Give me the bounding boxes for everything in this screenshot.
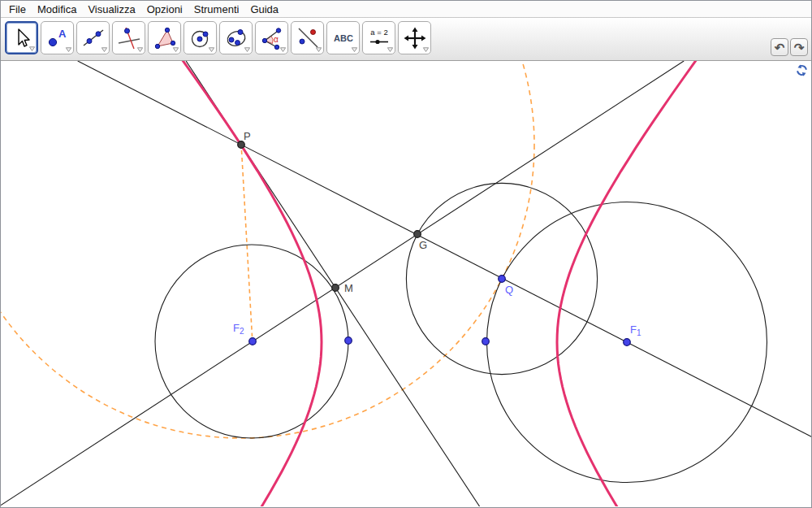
tool-dropdown-arrow-icon[interactable]: [422, 46, 430, 53]
point-M[interactable]: [332, 284, 339, 292]
ellipse-tool-button[interactable]: [219, 21, 253, 54]
tool-row: AαABCa = 2: [5, 21, 431, 54]
menu-visualizza[interactable]: Visualizza: [82, 2, 140, 17]
menu-file[interactable]: File: [3, 2, 32, 17]
line-through-P-G-Q-F1[interactable]: [78, 61, 811, 437]
tool-dropdown-arrow-icon[interactable]: [315, 46, 322, 53]
point-Q-label: Q: [505, 284, 513, 296]
tool-dropdown-arrow-icon[interactable]: [136, 46, 144, 53]
point-F1[interactable]: [624, 339, 631, 346]
menu-opzioni[interactable]: Opzioni: [141, 2, 188, 17]
point-F1-label: F1: [630, 323, 641, 337]
move-view-tool-button[interactable]: [398, 21, 431, 54]
menu-modifica[interactable]: Modifica: [32, 2, 82, 17]
tool-dropdown-arrow-icon[interactable]: [65, 46, 72, 53]
line-two-points-tool-button[interactable]: [76, 21, 110, 54]
svg-text:α: α: [274, 35, 279, 44]
new-point-tool-button[interactable]: A: [41, 21, 74, 54]
point-M-label: M: [344, 282, 353, 294]
tool-dropdown-arrow-icon[interactable]: [28, 46, 36, 52]
tool-dropdown-arrow-icon[interactable]: [351, 46, 358, 53]
point-G-label: G: [419, 239, 427, 251]
menu-strumenti[interactable]: Strumenti: [188, 2, 245, 17]
point-on-circle-c2[interactable]: [482, 338, 490, 345]
move-cursor-tool-button[interactable]: [5, 21, 38, 54]
reflect-tool-button[interactable]: [291, 21, 324, 54]
point-P-label: P: [244, 130, 251, 142]
dashed-segment-P-F2[interactable]: [242, 150, 253, 336]
graphics-view[interactable]: PGMQF2F1: [1, 61, 811, 506]
menu-guida[interactable]: Guida: [244, 2, 284, 17]
svg-text:A: A: [58, 28, 67, 40]
svg-text:a = 2: a = 2: [370, 28, 387, 37]
tool-dropdown-arrow-icon[interactable]: [279, 46, 287, 53]
polygon-tool-button[interactable]: [148, 21, 181, 54]
perpendicular-line-tool-button[interactable]: [112, 21, 145, 54]
tool-dropdown-arrow-icon[interactable]: [208, 46, 215, 53]
angle-tool-button[interactable]: α: [255, 21, 288, 54]
geogebra-window: { "menu": { "items": ["File", "Modifica"…: [0, 0, 812, 508]
dashed-circle-center-P[interactable]: [1, 61, 534, 438]
refresh-view-icon[interactable]: [796, 64, 808, 80]
circle-center-point-tool-button[interactable]: [184, 21, 217, 54]
tool-dropdown-arrow-icon[interactable]: [387, 46, 394, 53]
undo-button[interactable]: ↶: [771, 38, 788, 56]
hyperbola-foci-F1-F2-left-branch[interactable]: [162, 61, 322, 506]
point-Q[interactable]: [499, 276, 506, 283]
point-F2-label: F2: [233, 322, 244, 336]
point-on-circle-c1[interactable]: [345, 337, 352, 345]
redo-button[interactable]: ↷: [790, 38, 808, 56]
tool-dropdown-arrow-icon[interactable]: [101, 46, 108, 53]
slider-tool-button[interactable]: a = 2: [362, 21, 395, 54]
tool-dropdown-arrow-icon[interactable]: [172, 46, 179, 53]
text-tool-button[interactable]: ABC: [326, 21, 360, 54]
menu-bar: FileModificaVisualizzaOpzioniStrumentiGu…: [1, 1, 811, 18]
point-G[interactable]: [414, 231, 421, 238]
construction-svg[interactable]: PGMQF2F1: [1, 61, 811, 506]
tool-dropdown-arrow-icon[interactable]: [244, 46, 251, 53]
svg-text:ABC: ABC: [334, 33, 353, 43]
point-F2[interactable]: [249, 338, 257, 345]
toolbar: AαABCa = 2 ↶ ↷ ? ⚙: [1, 18, 811, 61]
